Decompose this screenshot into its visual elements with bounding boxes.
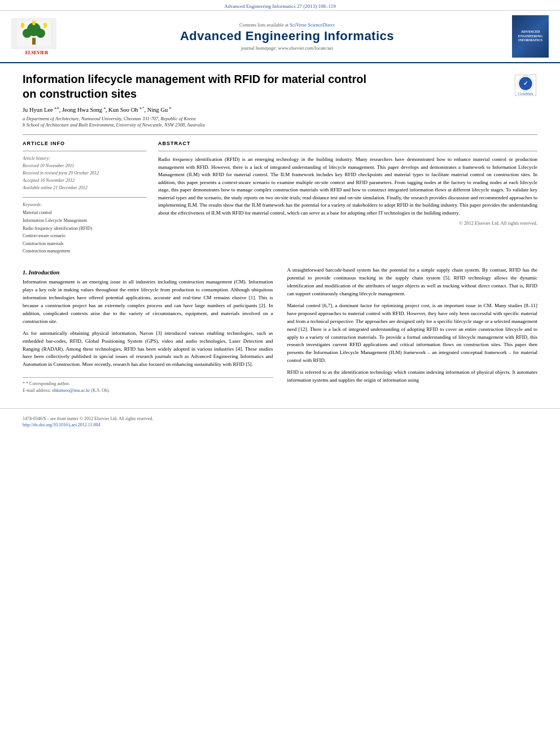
received-date: Received 10 November 2011 bbox=[23, 163, 147, 170]
keyword-4: Context-aware scenario bbox=[23, 232, 147, 240]
revised-date: Received in revised form 29 October 2012 bbox=[23, 170, 147, 177]
issn-text: 1474-0346/$ – see front matter © 2012 El… bbox=[23, 416, 154, 421]
footnote-corresponding: * * Corresponding author. bbox=[23, 381, 273, 387]
elsevier-logo: ELSEVIER bbox=[11, 18, 62, 55]
svg-point-3 bbox=[23, 29, 32, 38]
journal-cover-image: ADVANCED ENGINEERING INFORMATICS bbox=[512, 15, 549, 58]
footnotes-block: * * Corresponding author. E-mail address… bbox=[23, 377, 273, 394]
article-header-section: Information lifecycle management with RF… bbox=[0, 63, 560, 261]
section-divider bbox=[23, 134, 537, 135]
abstract-label: ABSTRACT bbox=[158, 141, 537, 146]
journal-info-bar: Advanced Engineering Informatics 27 (201… bbox=[0, 0, 560, 11]
keyword-1: Material control bbox=[23, 209, 147, 217]
svg-rect-1 bbox=[32, 38, 36, 45]
svg-text:✓: ✓ bbox=[523, 80, 528, 86]
sciverse-line: Contents lists available at SciVerse Sci… bbox=[68, 22, 506, 28]
history-label: Article history: bbox=[23, 156, 147, 161]
elsevier-logo-img bbox=[11, 18, 56, 49]
journal-title: Advanced Engineering Informatics bbox=[68, 29, 506, 43]
authors-line: Ju Hyun Lee a,b, Jeong Hwa Song a, Kun S… bbox=[23, 106, 537, 113]
doi-link[interactable]: http://dx.doi.org/10.1016/j.aei.2012.11.… bbox=[23, 422, 100, 427]
cover-title-text: ADVANCED ENGINEERING INFORMATICS bbox=[514, 30, 546, 43]
info-abstract-columns: ARTICLE INFO Article history: Received 1… bbox=[23, 141, 537, 255]
section1-para4: Material control [6,7], a dominant facto… bbox=[287, 302, 538, 365]
elsevier-brand-text: ELSEVIER bbox=[11, 50, 62, 55]
abstract-divider bbox=[158, 151, 537, 151]
author-sup-3: a,* bbox=[139, 106, 144, 110]
body-right-column: A straightforward barcode-based system h… bbox=[287, 267, 538, 394]
article-title-row: Information lifecycle management with RF… bbox=[23, 72, 537, 101]
section1-para5: RFID is referred to as the identificatio… bbox=[287, 369, 538, 385]
email-link[interactable]: ohkunsoo@nsu.ac.kr bbox=[52, 388, 90, 393]
footnote-email: E-mail address: ohkunsoo@nsu.ac.kr (K.S.… bbox=[23, 387, 273, 394]
copyright-line: © 2012 Elsevier Ltd. All rights reserved… bbox=[158, 220, 537, 226]
journal-center: Contents lists available at SciVerse Sci… bbox=[68, 22, 506, 51]
journal-cover: ADVANCED ENGINEERING INFORMATICS bbox=[512, 15, 549, 58]
author-sup-4: b bbox=[169, 106, 172, 110]
keywords-label: Keywords: bbox=[23, 202, 147, 207]
section1-para2: As for automatically obtaining physical … bbox=[23, 330, 273, 369]
journal-header: ELSEVIER Contents lists available at Sci… bbox=[0, 11, 560, 63]
article-history-block: Article history: Received 10 November 20… bbox=[23, 156, 147, 191]
keywords-block: Keywords: Material control Information L… bbox=[23, 202, 147, 255]
crossmark-badge: ✓ CrossMark bbox=[515, 75, 537, 96]
keyword-3: Radio frequency identification (RFID) bbox=[23, 225, 147, 233]
abstract-column: ABSTRACT Radio frequency identification … bbox=[158, 141, 537, 255]
affiliations: a Department of Architecture, Namseoul U… bbox=[23, 116, 537, 129]
page-footer: 1474-0346/$ – see front matter © 2012 El… bbox=[0, 408, 560, 432]
article-info-divider bbox=[23, 151, 147, 151]
main-body: 1. Introduction Information management i… bbox=[0, 261, 560, 400]
article-info-label: ARTICLE INFO bbox=[23, 141, 147, 146]
svg-point-5 bbox=[21, 23, 24, 28]
affiliation-a: a Department of Architecture, Namseoul U… bbox=[23, 116, 537, 123]
keyword-5: Construction materials bbox=[23, 240, 147, 248]
section1-para1: Information management is an emerging is… bbox=[23, 278, 273, 326]
journal-homepage: journal homepage: www.elsevier.com/locat… bbox=[68, 45, 506, 51]
keyword-2: Information Lifecycle Management bbox=[23, 217, 147, 225]
body-left-column: 1. Introduction Information management i… bbox=[23, 267, 273, 394]
abstract-text: Radio frequency identification (RFID) is… bbox=[158, 156, 537, 217]
journal-citation: Advanced Engineering Informatics 27 (201… bbox=[224, 3, 335, 9]
author-sup-1: a,b bbox=[54, 106, 59, 110]
svg-point-6 bbox=[43, 23, 47, 28]
online-date: Available online 21 December 2012 bbox=[23, 185, 147, 192]
body-two-columns: 1. Introduction Information management i… bbox=[23, 267, 537, 394]
article-info-column: ARTICLE INFO Article history: Received 1… bbox=[23, 141, 147, 255]
accepted-date: Accepted 16 November 2012 bbox=[23, 177, 147, 185]
section1-heading: 1. Introduction bbox=[23, 269, 273, 276]
keyword-6: Construction management bbox=[23, 247, 147, 255]
svg-point-4 bbox=[36, 29, 45, 38]
affiliation-b: b School of Architecture and Built Envir… bbox=[23, 122, 537, 129]
footer-bottom-row: 1474-0346/$ – see front matter © 2012 El… bbox=[23, 416, 537, 427]
section1-para3: A straightforward barcode-based system h… bbox=[287, 267, 538, 298]
keywords-divider bbox=[23, 197, 147, 198]
author-sup-2: a bbox=[104, 106, 106, 110]
sciverse-link[interactable]: SciVerse ScienceDirect bbox=[290, 22, 335, 28]
crossmark-image: ✓ CrossMark bbox=[515, 75, 536, 96]
issn-doi-block: 1474-0346/$ – see front matter © 2012 El… bbox=[23, 416, 154, 427]
article-title: Information lifecycle management with RF… bbox=[23, 72, 506, 101]
